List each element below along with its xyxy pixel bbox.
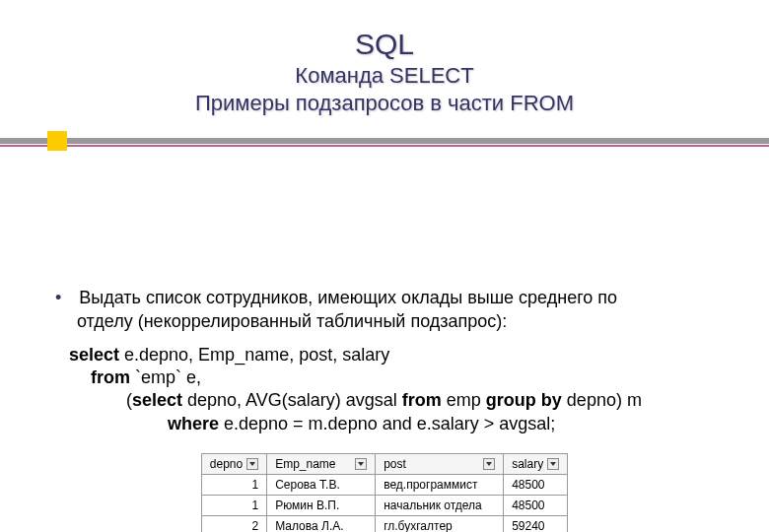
bullet-icon: • [55, 286, 61, 309]
sql-code: select e.depno, Emp_name, post, salary f… [0, 334, 769, 436]
cell-salary: 59240 [504, 516, 568, 532]
cell-name: Рюмин В.П. [267, 496, 376, 516]
table-row: 2Малова Л.А.гл.бухгалтер59240 [201, 516, 567, 532]
cell-salary: 48500 [504, 496, 568, 516]
chevron-down-icon[interactable] [483, 458, 495, 470]
slide-header: SQL Команда SELECT Примеры подзапросов в… [0, 0, 769, 116]
code-line-2: from `emp` e, [69, 366, 720, 389]
code-l2b: `emp` e, [130, 367, 201, 387]
th-salary[interactable]: salary [504, 454, 568, 475]
th-post[interactable]: post [376, 454, 504, 475]
code-l1b: e.depno, Emp_name, post, salary [119, 345, 389, 365]
body-line2: отделу (некоррелированный табличный подз… [77, 309, 720, 333]
chevron-down-icon[interactable] [355, 458, 367, 470]
code-l3e: emp [442, 390, 486, 410]
cell-depno: 1 [201, 475, 266, 496]
result-table: depno Emp_name post salary 1Серова Т.В.в… [201, 453, 568, 532]
kw-groupby: group by [486, 390, 562, 410]
divider-thin [0, 145, 769, 147]
kw-from: from [91, 367, 130, 387]
cell-depno: 1 [201, 496, 266, 516]
title-select: Команда SELECT [0, 63, 769, 89]
th-depno[interactable]: depno [201, 454, 266, 475]
result-table-wrap: depno Emp_name post salary 1Серова Т.В.в… [0, 453, 769, 532]
kw-where: where [168, 414, 219, 433]
cell-salary: 48500 [504, 475, 568, 496]
cell-post: вед.программист [376, 475, 504, 496]
cell-post: начальник отдела [376, 496, 504, 516]
cell-name: Серова Т.В. [267, 475, 376, 496]
cell-name: Малова Л.А. [267, 516, 376, 532]
title-sql: SQL [0, 28, 769, 61]
table-header-row: depno Emp_name post salary [201, 454, 567, 475]
body-paragraph: • Выдать список сотрудников, имеющих окл… [0, 264, 769, 334]
table-row: 1Рюмин В.П.начальник отдела48500 [201, 496, 567, 516]
th-post-label: post [384, 457, 406, 471]
th-empname[interactable]: Emp_name [267, 454, 376, 475]
title-subtitle: Примеры подзапросов в части FROM [0, 91, 769, 116]
chevron-down-icon[interactable] [246, 458, 258, 470]
body-line1: Выдать список сотрудников, имеющих оклад… [79, 286, 617, 309]
kw-select2: select [132, 390, 182, 410]
code-l4b: e.depno = m.depno and e.salary > avgsal; [219, 414, 555, 433]
chevron-down-icon[interactable] [547, 458, 559, 470]
th-name-label: Emp_name [275, 457, 335, 471]
code-line-4: where e.depno = m.depno and e.salary > a… [69, 413, 720, 435]
table-row: 1Серова Т.В.вед.программист48500 [201, 475, 567, 496]
code-l3g: depno) m [562, 390, 642, 410]
code-line-3: (select depno, AVG(salary) avgsal from e… [69, 389, 720, 412]
cell-depno: 2 [201, 516, 266, 532]
kw-select: select [69, 345, 119, 365]
th-salary-label: salary [512, 457, 543, 471]
accent-square [47, 131, 67, 151]
divider-thick [0, 138, 769, 144]
th-depno-label: depno [210, 457, 243, 471]
divider [0, 138, 769, 147]
code-l3c: depno, AVG(salary) avgsal [182, 390, 402, 410]
kw-from2: from [402, 390, 442, 410]
code-line-1: select e.depno, Emp_name, post, salary [69, 344, 720, 366]
cell-post: гл.бухгалтер [376, 516, 504, 532]
